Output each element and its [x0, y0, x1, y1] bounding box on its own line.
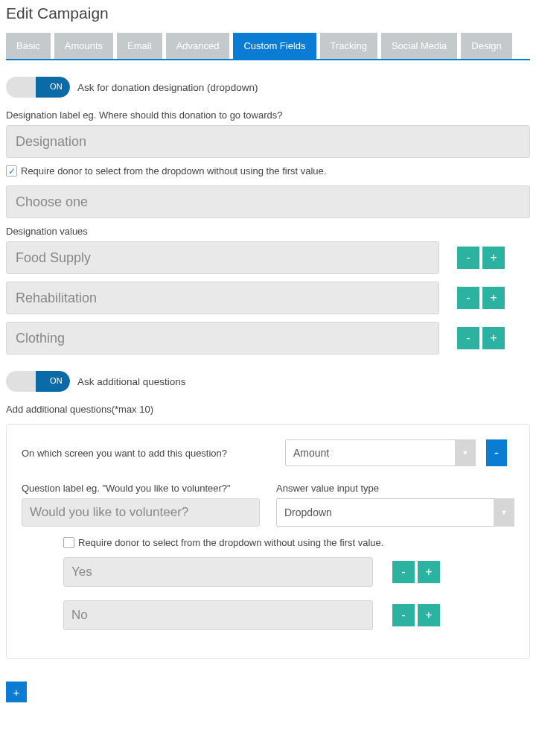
designation-value-row: - +	[6, 282, 530, 314]
tab-tracking[interactable]: Tracking	[320, 33, 377, 59]
additional-toggle-label: Ask additional questions	[77, 376, 186, 387]
designation-value-add-2[interactable]: +	[482, 327, 505, 349]
designation-value-remove-2[interactable]: -	[457, 327, 479, 349]
toggle-on-label: ON	[50, 82, 63, 91]
chevron-down-icon: ▼	[494, 498, 514, 527]
answer-type-select[interactable]: Dropdown	[276, 498, 514, 527]
tab-basic[interactable]: Basic	[6, 33, 51, 59]
answer-remove-0[interactable]: -	[392, 561, 415, 583]
question-require-checkbox[interactable]	[63, 537, 74, 548]
designation-value-add-0[interactable]: +	[482, 247, 505, 269]
question-panel: On which screen you want to add this que…	[6, 424, 530, 659]
question-screen-select[interactable]: Amount	[285, 439, 476, 466]
answer-input-1[interactable]	[63, 600, 373, 630]
designation-label-input[interactable]	[6, 125, 530, 158]
add-question-button[interactable]: +	[6, 682, 27, 702]
designation-value-remove-0[interactable]: -	[457, 247, 479, 269]
answer-type-caption: Answer value input type	[276, 483, 514, 494]
question-screen-label: On which screen you want to add this que…	[22, 448, 285, 459]
answer-input-0[interactable]	[63, 557, 373, 587]
designation-values-label: Designation values	[6, 226, 530, 237]
designation-value-input-1[interactable]	[6, 282, 439, 314]
designation-require-label: Require donor to select from the dropdow…	[21, 165, 326, 177]
designation-value-remove-1[interactable]: -	[457, 287, 479, 309]
tab-custom-fields[interactable]: Custom Fields	[233, 33, 316, 59]
tab-social-media[interactable]: Social Media	[381, 33, 457, 59]
designation-label-caption: Designation label eg. Where should this …	[6, 109, 530, 121]
tab-design[interactable]: Design	[461, 33, 511, 59]
designation-value-add-1[interactable]: +	[482, 287, 505, 309]
answer-add-0[interactable]: +	[418, 561, 440, 583]
tab-amounts[interactable]: Amounts	[54, 33, 113, 59]
question-require-label: Require donor to select from the dropdow…	[78, 537, 383, 548]
designation-toggle-label: Ask for donation designation (dropdown)	[77, 82, 258, 93]
additional-toggle[interactable]: ON	[6, 371, 70, 392]
question-remove-button[interactable]: -	[486, 439, 507, 466]
designation-value-input-2[interactable]	[6, 322, 439, 355]
designation-value-row: - +	[6, 241, 530, 274]
designation-value-row: - +	[6, 322, 530, 355]
page-title: Edit Campaign	[6, 4, 530, 22]
answer-add-1[interactable]: +	[418, 604, 440, 626]
answer-row: - +	[63, 600, 514, 630]
tab-bar: Basic Amounts Email Advanced Custom Fiel…	[6, 33, 530, 60]
answer-remove-1[interactable]: -	[392, 604, 415, 626]
designation-require-checkbox[interactable]	[6, 165, 17, 177]
chevron-down-icon: ▼	[455, 439, 476, 466]
designation-first-value-input[interactable]	[6, 185, 530, 218]
toggle-on-label: ON	[50, 376, 63, 385]
tab-advanced[interactable]: Advanced	[166, 33, 230, 59]
tab-email[interactable]: Email	[117, 33, 162, 59]
designation-value-input-0[interactable]	[6, 241, 439, 274]
additional-heading: Add additional questions(*max 10)	[6, 404, 530, 415]
designation-toggle[interactable]: ON	[6, 77, 70, 98]
question-label-caption: Question label eg. "Would you like to vo…	[22, 483, 260, 494]
answer-row: - +	[63, 557, 514, 587]
question-label-input[interactable]	[22, 498, 260, 527]
